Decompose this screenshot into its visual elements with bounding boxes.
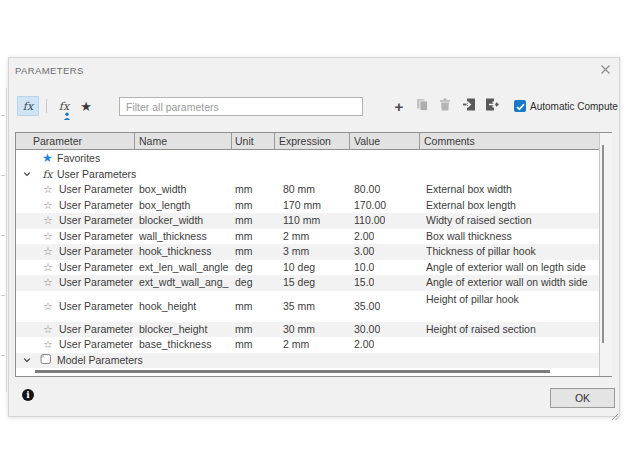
expression-cell[interactable]: 2 mm xyxy=(283,229,309,245)
parameter-row[interactable]: ☆User Parameterext_wdt_wall_ang_deg15 de… xyxy=(16,275,599,291)
expression-cell[interactable]: 80 mm xyxy=(283,182,315,198)
column-divider[interactable] xyxy=(274,133,275,150)
expression-cell[interactable]: 10 deg xyxy=(283,260,315,276)
value-cell[interactable]: 110.00 xyxy=(354,213,385,229)
parameter-row[interactable]: ☆User Parameterwall_thicknessmm2 mm2.00B… xyxy=(16,229,599,245)
column-header-name[interactable]: Name xyxy=(139,135,167,147)
name-cell[interactable]: blocker_width xyxy=(139,213,229,229)
expression-cell[interactable]: 15 deg xyxy=(283,275,315,291)
name-cell[interactable]: blocker_height xyxy=(139,322,229,338)
name-cell[interactable]: base_thickness xyxy=(139,337,229,353)
comment-cell[interactable]: Box wall thickness xyxy=(426,229,598,245)
group-row[interactable]: fxUser Parameters xyxy=(16,167,599,183)
group-row[interactable]: ★Favorites xyxy=(16,151,599,167)
delete-parameter-button[interactable] xyxy=(436,96,454,116)
name-cell[interactable]: ext_len_wall_angle xyxy=(139,260,229,276)
close-button[interactable] xyxy=(597,62,613,78)
parameter-type-label: User Parameter xyxy=(59,275,133,291)
favorite-star-icon[interactable]: ☆ xyxy=(43,229,53,245)
vertical-scrollbar[interactable] xyxy=(599,133,612,376)
expression-cell[interactable]: 170 mm xyxy=(283,198,321,214)
parameter-row[interactable]: ☆User Parameterbox_widthmm80 mm80.00Exte… xyxy=(16,182,599,198)
automatic-compute-label[interactable]: Automatic Compute xyxy=(530,101,618,112)
column-header-unit[interactable]: Unit xyxy=(235,135,254,147)
comment-cell[interactable]: External box width xyxy=(426,182,598,198)
column-divider[interactable] xyxy=(419,133,420,150)
parameter-row[interactable]: ☆User Parameterhook_thicknessmm3 mm3.00T… xyxy=(16,244,599,260)
value-cell[interactable]: 30.00 xyxy=(354,322,380,338)
name-cell[interactable]: wall_thickness xyxy=(139,229,229,245)
group-row[interactable]: Model Parameters xyxy=(16,353,599,369)
value-cell[interactable]: 170.00 xyxy=(354,198,386,214)
vertical-scrollbar-thumb[interactable] xyxy=(602,145,604,343)
all-parameters-filter-button[interactable]: fx xyxy=(17,96,39,116)
filter-input[interactable] xyxy=(119,97,363,116)
automatic-compute-checkbox[interactable] xyxy=(514,100,526,112)
expression-cell[interactable]: 35 mm xyxy=(283,291,315,322)
info-button[interactable]: i xyxy=(22,389,34,401)
chevron-down-icon[interactable] xyxy=(23,167,31,183)
expression-cell[interactable]: 110 mm xyxy=(283,213,320,229)
name-cell[interactable]: hook_height xyxy=(139,291,229,322)
parameter-row[interactable]: ☆User Parameterhook_heightmm35 mm35.00He… xyxy=(16,291,599,322)
background-panel-edge xyxy=(6,88,7,392)
column-divider[interactable] xyxy=(349,133,350,150)
value-cell[interactable]: 80.00 xyxy=(354,182,380,198)
value-cell[interactable]: 10.0 xyxy=(354,260,374,276)
fx-icon: fx xyxy=(23,100,33,113)
comment-cell[interactable]: Thickness of pillar hook xyxy=(426,244,598,260)
column-header-comments[interactable]: Comments xyxy=(424,135,475,147)
value-cell[interactable]: 35.00 xyxy=(354,291,380,322)
comment-cell[interactable]: Angle of exterior wall on width side xyxy=(426,275,598,291)
name-cell[interactable]: box_length xyxy=(139,198,229,214)
value-cell[interactable]: 3.00 xyxy=(354,244,374,260)
checkmark-icon xyxy=(516,97,525,115)
favorite-star-icon[interactable]: ☆ xyxy=(43,291,53,322)
name-cell[interactable]: box_width xyxy=(139,182,229,198)
import-icon xyxy=(462,97,476,115)
expression-cell[interactable]: 3 mm xyxy=(283,244,309,260)
favorite-star-icon[interactable]: ☆ xyxy=(43,213,53,229)
name-cell[interactable]: hook_thickness xyxy=(139,244,229,260)
ok-button[interactable]: OK xyxy=(550,388,615,408)
column-divider[interactable] xyxy=(134,133,135,150)
comment-cell[interactable]: Height of pillar hook xyxy=(426,292,598,308)
column-divider[interactable] xyxy=(231,133,232,150)
expression-cell[interactable]: 30 mm xyxy=(283,322,315,338)
resize-grip[interactable] xyxy=(611,407,619,425)
favorite-star-icon[interactable]: ☆ xyxy=(43,260,53,276)
user-parameters-filter-button[interactable]: fx xyxy=(54,96,74,116)
unit-cell: mm xyxy=(235,229,253,245)
comment-cell[interactable]: Widty of raised section xyxy=(426,213,598,229)
comment-cell[interactable]: Height of raised section xyxy=(426,322,598,338)
favorite-star-icon[interactable]: ☆ xyxy=(43,244,53,260)
favorite-star-icon[interactable]: ☆ xyxy=(43,182,53,198)
parameter-row[interactable]: ☆User Parameterblocker_heightmm30 mm30.0… xyxy=(16,322,599,338)
comment-cell[interactable]: External box length xyxy=(426,198,598,214)
value-cell[interactable]: 15.0 xyxy=(354,275,374,291)
column-header-expression[interactable]: Expression xyxy=(279,135,331,147)
favorite-star-icon[interactable]: ☆ xyxy=(43,275,53,291)
column-header-value[interactable]: Value xyxy=(354,135,380,147)
value-cell[interactable]: 2.00 xyxy=(354,229,374,245)
horizontal-scrollbar-thumb[interactable] xyxy=(35,370,550,373)
column-header-parameter[interactable]: Parameter xyxy=(33,135,82,147)
favorite-star-icon[interactable]: ☆ xyxy=(43,198,53,214)
comment-cell[interactable]: Angle of exterior wall on legth side xyxy=(426,260,598,276)
expression-cell[interactable]: 2 mm xyxy=(283,337,309,353)
import-parameters-button[interactable] xyxy=(460,96,478,116)
parameter-row[interactable]: ☆User Parameterblocker_widthmm110 mm110.… xyxy=(16,213,599,229)
add-parameter-button[interactable]: + xyxy=(390,96,408,116)
value-cell[interactable]: 2.00 xyxy=(354,337,374,353)
parameter-row[interactable]: ☆User Parameterext_len_wall_angledeg10 d… xyxy=(16,260,599,276)
copy-parameter-button[interactable] xyxy=(413,96,431,116)
parameter-row[interactable]: ☆User Parameterbox_lengthmm170 mm170.00E… xyxy=(16,198,599,214)
favorite-star-icon[interactable]: ☆ xyxy=(43,322,53,338)
export-parameters-button[interactable] xyxy=(483,96,501,116)
table-header: Parameter Name Unit Expression Value Com… xyxy=(16,133,611,150)
favorite-star-icon[interactable]: ☆ xyxy=(43,337,53,353)
favorites-filter-button[interactable]: ★ xyxy=(77,96,95,116)
name-cell[interactable]: ext_wdt_wall_ang_ xyxy=(139,275,229,291)
chevron-down-icon[interactable] xyxy=(23,353,31,369)
parameter-row[interactable]: ☆User Parameterbase_thicknessmm2 mm2.00 xyxy=(16,337,599,353)
